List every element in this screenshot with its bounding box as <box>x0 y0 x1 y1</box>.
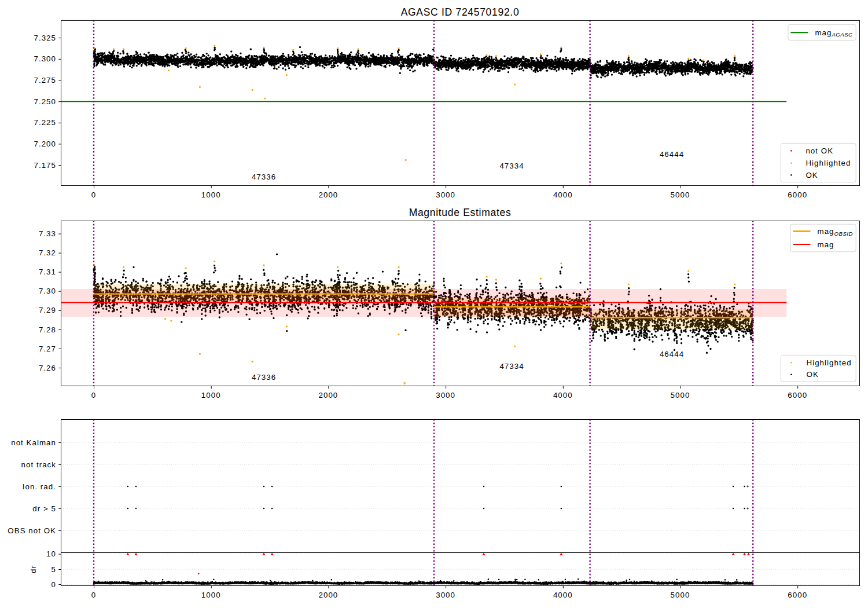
svg-text:46444: 46444 <box>660 150 684 159</box>
svg-text:7.26: 7.26 <box>39 364 56 372</box>
svg-text:7.33: 7.33 <box>39 229 56 238</box>
svg-text:0: 0 <box>91 391 96 400</box>
svg-text:3000: 3000 <box>436 591 455 599</box>
svg-text:7.27: 7.27 <box>39 345 56 353</box>
svg-text:4000: 4000 <box>553 391 573 400</box>
svg-text:2000: 2000 <box>319 591 339 599</box>
svg-text:dr > 5: dr > 5 <box>32 504 56 513</box>
svg-text:7.28: 7.28 <box>39 325 56 334</box>
svg-text:not OK: not OK <box>806 146 833 155</box>
svg-text:5000: 5000 <box>671 191 690 199</box>
svg-text:47334: 47334 <box>499 362 524 371</box>
svg-text:AGASC ID 724570192.0: AGASC ID 724570192.0 <box>401 6 520 18</box>
svg-text:not track: not track <box>21 460 56 469</box>
svg-text:7.175: 7.175 <box>34 161 56 170</box>
svg-text:7.30: 7.30 <box>39 287 56 295</box>
svg-text:7.32: 7.32 <box>39 248 56 257</box>
svg-text:4000: 4000 <box>553 591 573 599</box>
svg-text:47336: 47336 <box>252 173 276 181</box>
svg-text:OK: OK <box>806 171 818 180</box>
svg-text:0: 0 <box>52 580 56 589</box>
svg-text:Ion. rad.: Ion. rad. <box>23 482 56 491</box>
svg-text:5000: 5000 <box>671 591 690 599</box>
svg-text:0: 0 <box>91 591 96 599</box>
svg-text:47334: 47334 <box>499 162 524 170</box>
svg-text:47336: 47336 <box>252 373 276 382</box>
svg-text:5000: 5000 <box>671 391 690 400</box>
svg-text:4000: 4000 <box>553 191 573 199</box>
svg-text:not Kalman: not Kalman <box>11 438 56 447</box>
svg-text:6000: 6000 <box>788 191 807 199</box>
svg-text:7.300: 7.300 <box>34 54 56 63</box>
svg-text:1000: 1000 <box>201 191 221 199</box>
svg-text:1000: 1000 <box>201 391 221 400</box>
svg-text:Highlighted: Highlighted <box>807 358 852 367</box>
svg-text:46444: 46444 <box>660 350 684 358</box>
svg-text:10: 10 <box>46 550 56 558</box>
svg-text:7.200: 7.200 <box>34 140 56 148</box>
svg-text:5: 5 <box>52 565 56 574</box>
svg-text:7.29: 7.29 <box>39 306 56 314</box>
svg-text:7.250: 7.250 <box>34 97 56 106</box>
svg-text:mag: mag <box>818 240 834 249</box>
svg-text:Magnitude Estimates: Magnitude Estimates <box>409 207 512 218</box>
svg-text:3000: 3000 <box>436 191 455 199</box>
svg-text:6000: 6000 <box>788 591 807 599</box>
svg-text:7.325: 7.325 <box>34 34 56 42</box>
svg-text:OK: OK <box>807 370 819 379</box>
svg-text:0: 0 <box>91 191 96 199</box>
svg-text:2000: 2000 <box>319 391 339 400</box>
svg-text:Highlighted: Highlighted <box>806 159 851 167</box>
svg-text:OBS not OK: OBS not OK <box>8 526 56 535</box>
svg-text:1000: 1000 <box>201 591 221 599</box>
svg-text:3000: 3000 <box>436 391 455 400</box>
svg-text:dr: dr <box>29 565 38 573</box>
svg-text:7.225: 7.225 <box>34 118 56 127</box>
svg-text:6000: 6000 <box>788 391 807 400</box>
svg-text:7.275: 7.275 <box>34 76 56 85</box>
svg-text:7.31: 7.31 <box>39 268 56 276</box>
svg-text:2000: 2000 <box>319 191 339 199</box>
